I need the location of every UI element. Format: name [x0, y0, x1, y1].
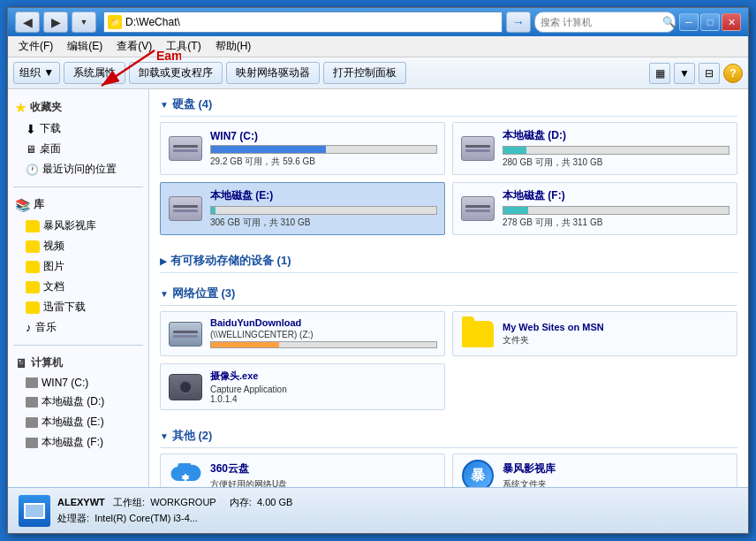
- net-item-msn[interactable]: My Web Sites on MSN 文件夹: [452, 311, 737, 356]
- menu-tools[interactable]: 工具(T): [159, 37, 208, 56]
- folder-icon: [26, 281, 40, 293]
- sidebar-item-recent[interactable]: 🕐 最近访问的位置: [8, 159, 148, 179]
- status-bar: ALEXYWT 工作组: WORKGROUP 内存: 4.00 GB 处理器: …: [8, 487, 748, 533]
- sidebar-item-c[interactable]: WIN7 (C:): [8, 374, 148, 392]
- sidebar-item-video[interactable]: 视频: [8, 236, 148, 256]
- other-item-storm[interactable]: 暴 暴风影视库 系统文件夹: [452, 453, 737, 487]
- menu-edit[interactable]: 编辑(E): [60, 37, 110, 56]
- drive-d[interactable]: 本地磁盘 (D:) 280 GB 可用，共 310 GB: [452, 122, 737, 175]
- sidebar-library-header[interactable]: 📚 库: [8, 194, 148, 216]
- section-arrow: ▶: [160, 256, 167, 266]
- net-item-baidu[interactable]: BaiduYunDownload (\\WELLINGCENTER) (Z:): [160, 311, 445, 356]
- forward-button[interactable]: ▶: [43, 11, 68, 33]
- net-sub-baidu: (\\WELLINGCENTER) (Z:): [210, 330, 437, 339]
- sidebar-item-images[interactable]: 图片: [8, 256, 148, 277]
- menu-help[interactable]: 帮助(H): [208, 37, 259, 56]
- menu-view[interactable]: 查看(V): [110, 37, 159, 56]
- toolbar: 组织 ▼ 系统属性 卸载或更改程序 映射网络驱动器 打开控制面板 ▦ ▼ ⊟ ?: [8, 57, 748, 89]
- search-icon[interactable]: 🔍: [662, 16, 676, 28]
- pane-button[interactable]: ⊟: [699, 63, 720, 84]
- close-button[interactable]: ✕: [722, 13, 741, 31]
- sidebar-item-docs[interactable]: 文档: [8, 277, 148, 297]
- recent-icon: 🕐: [26, 164, 39, 176]
- sidebar-item-baofeng[interactable]: 暴风影视库: [8, 216, 148, 236]
- net-name-msn: My Web Sites on MSN: [503, 322, 730, 332]
- system-props-button[interactable]: 系统属性: [64, 62, 125, 84]
- menu-file[interactable]: 文件(F): [11, 37, 60, 56]
- view-toggle-button[interactable]: ▦: [649, 63, 670, 84]
- sidebar-item-label: 迅雷下载: [43, 300, 86, 315]
- control-panel-button[interactable]: 打开控制面板: [323, 62, 406, 84]
- help-button[interactable]: ?: [723, 64, 743, 83]
- back-button[interactable]: ◀: [15, 11, 40, 33]
- other-item-360[interactable]: 360云盘 方便好用的网络U盘: [160, 453, 445, 487]
- removable-section-header[interactable]: ▶ 有可移动存储的设备 (1): [160, 246, 737, 273]
- section-title: 其他 (2): [172, 428, 213, 444]
- drive-icon: [26, 397, 38, 408]
- other-name-storm: 暴风影视库: [503, 461, 730, 476]
- other-info-storm: 暴风影视库 系统文件夹: [503, 461, 730, 488]
- drive-c[interactable]: WIN7 (C:) 29.2 GB 可用，共 59.6 GB: [160, 122, 445, 175]
- uninstall-button[interactable]: 卸载或更改程序: [129, 62, 223, 84]
- net-name-baidu: BaiduYunDownload: [210, 317, 437, 328]
- drive-f[interactable]: 本地磁盘 (F:) 278 GB 可用，共 311 GB: [452, 182, 737, 235]
- section-title: 硬盘 (4): [172, 96, 213, 112]
- computer-name: ALEXYWT: [57, 497, 105, 507]
- cloud-icon: [168, 460, 203, 487]
- drive-icon-c: [168, 134, 203, 163]
- net-info-cam: 摄像头.exe Capture Application 1.0.1.4: [210, 370, 437, 404]
- desktop-icon: 🖥: [26, 143, 36, 156]
- network-section-header[interactable]: ▼ 网络位置 (3): [160, 278, 737, 306]
- go-button[interactable]: →: [506, 11, 531, 33]
- sidebar-favorites-header[interactable]: ★ 收藏夹: [8, 96, 148, 118]
- address-input[interactable]: [125, 16, 498, 28]
- status-text: ALEXYWT 工作组: WORKGROUP 内存: 4.00 GB 处理器: …: [57, 495, 292, 526]
- sidebar-item-label: 本地磁盘 (F:): [42, 435, 103, 450]
- sidebar-item-xunlei[interactable]: 迅雷下载: [8, 297, 148, 317]
- sidebar-item-desktop[interactable]: 🖥 桌面: [8, 139, 148, 159]
- workgroup-label: 工作组:: [113, 497, 145, 507]
- sidebar-item-f[interactable]: 本地磁盘 (F:): [8, 432, 148, 453]
- map-drive-button[interactable]: 映射网络驱动器: [226, 62, 320, 84]
- camera-icon: [169, 374, 202, 400]
- sidebar-computer-header[interactable]: 🖥 计算机: [8, 352, 148, 374]
- sidebar-item-d[interactable]: 本地磁盘 (D:): [8, 392, 148, 412]
- sidebar-item-download[interactable]: ⬇ 下载: [8, 118, 148, 139]
- sidebar: ★ 收藏夹 ⬇ 下载 🖥 桌面 🕐 最近访问的位置: [8, 89, 149, 487]
- library-label: 库: [34, 197, 44, 212]
- minimize-button[interactable]: ─: [679, 13, 699, 31]
- net-item-cam[interactable]: 摄像头.exe Capture Application 1.0.1.4: [160, 363, 445, 410]
- address-bar[interactable]: 📁: [103, 11, 503, 33]
- hard-disk-section-header[interactable]: ▼ 硬盘 (4): [160, 89, 737, 117]
- organize-button[interactable]: 组织 ▼: [13, 62, 60, 84]
- download-icon: ⬇: [26, 122, 36, 136]
- other-section-header[interactable]: ▼ 其他 (2): [160, 421, 737, 448]
- drive-info-f: 本地磁盘 (F:) 278 GB 可用，共 311 GB: [503, 188, 730, 229]
- favorites-label: 收藏夹: [30, 100, 62, 115]
- maximize-button[interactable]: □: [700, 13, 720, 31]
- section-arrow: ▼: [160, 289, 169, 299]
- drive-icon-f: [460, 194, 495, 223]
- toolbar-right: ▦ ▼ ⊟ ?: [649, 63, 743, 84]
- drive-e[interactable]: 本地磁盘 (E:) 306 GB 可用，共 310 GB: [160, 182, 445, 235]
- drive-name-c: WIN7 (C:): [210, 130, 437, 142]
- search-input[interactable]: [541, 17, 662, 27]
- window-controls: ─ □ ✕: [679, 13, 741, 31]
- titlebar: ◀ ▶ ▼ 📁 → 🔍 ─ □ ✕: [8, 8, 748, 36]
- storm-icon: 暴: [460, 460, 495, 487]
- other-grid: 360云盘 方便好用的网络U盘 暴 暴风影视库 系统文件夹: [160, 453, 737, 487]
- network-grid: BaiduYunDownload (\\WELLINGCENTER) (Z:) …: [160, 311, 737, 410]
- drive-bar-f: [503, 206, 730, 215]
- drive-info-c: WIN7 (C:) 29.2 GB 可用，共 59.6 GB: [210, 130, 437, 168]
- drive-icon: [26, 417, 38, 428]
- sidebar-item-e[interactable]: 本地磁盘 (E:): [8, 412, 148, 432]
- drive-name-e: 本地磁盘 (E:): [210, 188, 437, 203]
- memory-label: 内存:: [230, 497, 252, 507]
- drive-fill-c: [211, 146, 326, 153]
- computer-icon: 🖥: [15, 356, 27, 370]
- sidebar-item-music[interactable]: ♪ 音乐: [8, 317, 148, 338]
- sidebar-item-label: 下载: [40, 121, 61, 136]
- recent-button[interactable]: ▼: [72, 11, 96, 33]
- sidebar-item-label: 桌面: [40, 141, 61, 156]
- view-dropdown-button[interactable]: ▼: [674, 63, 695, 84]
